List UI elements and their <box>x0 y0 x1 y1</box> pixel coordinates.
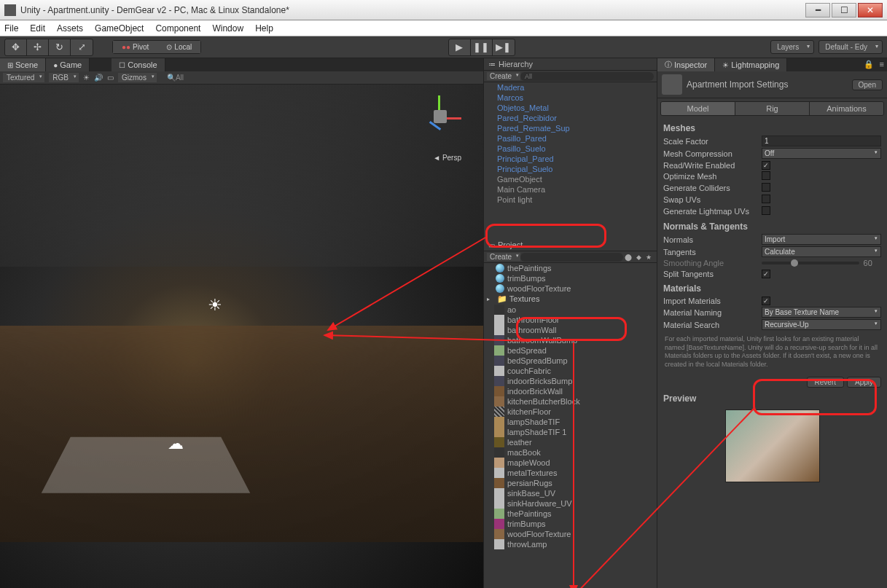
hierarchy-item[interactable]: GameObject <box>484 174 657 184</box>
layout-dropdown[interactable]: Default - Edy <box>818 40 883 54</box>
tab-game[interactable]: ●Game <box>46 58 90 71</box>
scene-audio-toggle[interactable]: 🔊 <box>94 74 103 82</box>
rendermode-dropdown[interactable]: RGB <box>49 73 79 82</box>
hierarchy-item[interactable]: Point light <box>484 195 657 205</box>
tab-console[interactable]: ☐Console <box>112 58 165 71</box>
project-filter-1[interactable]: ⬤ <box>623 254 633 261</box>
model-tab[interactable]: Model <box>661 102 735 115</box>
animations-tab[interactable]: Animations <box>810 102 883 115</box>
project-texture-item[interactable]: throwLamp <box>484 539 657 549</box>
tab-inspector[interactable]: ⓘInspector <box>657 58 715 71</box>
project-texture-item[interactable]: trimBumps <box>484 519 657 529</box>
project-texture-item[interactable]: kitchenButcherBlock <box>484 396 657 407</box>
project-texture-item[interactable]: kitchenFloor <box>484 407 657 417</box>
lightmapuvs-checkbox[interactable] <box>762 206 770 215</box>
rotate-tool-button[interactable]: ↻ <box>49 39 71 55</box>
window-maximize-button[interactable]: ☐ <box>832 3 856 17</box>
menu-assets[interactable]: Assets <box>57 23 83 34</box>
hand-tool-button[interactable]: ✥ <box>5 39 27 55</box>
split-tangents-checkbox[interactable]: ✓ <box>762 270 770 278</box>
pivot-button[interactable]: ●●Pivot <box>113 41 157 53</box>
project-texture-item[interactable]: persianRugs <box>484 478 657 488</box>
shading-dropdown[interactable]: Textured <box>3 73 44 82</box>
material-search-dropdown[interactable]: Recursive-Up <box>762 319 881 330</box>
scene-fx-toggle[interactable]: ▭ <box>107 74 114 82</box>
project-texture-item[interactable]: macBook <box>484 447 657 458</box>
project-material-item[interactable]: woodFloorTexture <box>484 283 657 294</box>
project-texture-item[interactable]: lampShadeTIF 1 <box>484 427 657 437</box>
scene-light-toggle[interactable]: ☀ <box>83 74 90 82</box>
hierarchy-item[interactable]: Principal_Pared <box>484 154 657 164</box>
rig-tab[interactable]: Rig <box>735 102 810 115</box>
project-folder-item[interactable]: 📁 Textures <box>484 294 657 305</box>
project-texture-item[interactable]: bathroomWallBump <box>484 335 657 345</box>
project-filter-2[interactable]: ◆ <box>633 254 644 261</box>
apply-button[interactable]: Apply <box>847 377 881 388</box>
axis-gizmo[interactable] <box>418 95 461 139</box>
hierarchy-item[interactable]: Main Camera <box>484 184 657 195</box>
project-filter-3[interactable]: ★ <box>644 254 654 261</box>
swapuvs-checkbox[interactable] <box>762 195 770 203</box>
normals-dropdown[interactable]: Import <box>762 234 881 245</box>
hierarchy-create-dropdown[interactable]: Create <box>487 72 520 80</box>
project-texture-item[interactable]: lampShadeTIF <box>484 417 657 427</box>
window-close-button[interactable]: ✕ <box>858 3 883 17</box>
hierarchy-item[interactable]: Pasillo_Suelo <box>484 144 657 154</box>
hierarchy-panel-header[interactable]: ≔Hierarchy <box>484 58 657 71</box>
scene-viewport[interactable]: ☀ ☁ ◄ Persp <box>0 85 483 588</box>
project-texture-item[interactable]: bedSpreadBump <box>484 356 657 366</box>
menu-file[interactable]: File <box>4 23 18 34</box>
project-texture-item[interactable]: leather <box>484 437 657 447</box>
hierarchy-item[interactable]: Madera <box>484 82 657 93</box>
hierarchy-item[interactable]: Objetos_Metal <box>484 103 657 113</box>
menu-gameobject[interactable]: GameObject <box>95 23 144 34</box>
project-texture-item[interactable]: woodFloorTexture <box>484 529 657 539</box>
colliders-checkbox[interactable] <box>762 183 770 192</box>
project-texture-item[interactable]: ao <box>484 305 657 315</box>
menu-help[interactable]: Help <box>255 23 273 34</box>
tab-scene[interactable]: ⊞Scene <box>0 58 46 71</box>
scale-factor-input[interactable] <box>762 136 881 146</box>
hierarchy-item[interactable]: Marcos <box>484 93 657 103</box>
smoothing-slider[interactable] <box>762 262 859 264</box>
project-texture-item[interactable]: couchFabric <box>484 366 657 376</box>
project-search-input[interactable] <box>520 253 623 262</box>
menu-window[interactable]: Window <box>212 23 243 34</box>
optimize-checkbox[interactable] <box>762 171 770 180</box>
inspector-lock-icon[interactable]: 🔒 <box>861 58 877 71</box>
material-naming-dropdown[interactable]: By Base Texture Name <box>762 307 881 318</box>
hierarchy-item[interactable]: Pared_Remate_Sup <box>484 123 657 133</box>
move-tool-button[interactable]: ✢ <box>27 39 49 55</box>
perspective-label[interactable]: ◄ Persp <box>433 154 461 162</box>
mesh-compression-dropdown[interactable]: Off <box>762 148 881 159</box>
play-button[interactable]: ▶ <box>449 39 471 55</box>
tangents-dropdown[interactable]: Calculate <box>762 246 881 257</box>
hierarchy-item[interactable]: Pasillo_Pared <box>484 133 657 144</box>
window-minimize-button[interactable]: ━ <box>805 3 830 17</box>
project-texture-item[interactable]: indoorBricksBump <box>484 376 657 386</box>
menu-edit[interactable]: Edit <box>30 23 45 34</box>
project-create-dropdown[interactable]: Create <box>487 253 520 261</box>
project-texture-item[interactable]: sinkBase_UV <box>484 488 657 498</box>
project-texture-item[interactable]: metalTextures <box>484 468 657 478</box>
project-material-item[interactable]: trimBumps <box>484 273 657 283</box>
open-button[interactable]: Open <box>852 79 883 90</box>
project-texture-item[interactable]: sinkHardware_UV <box>484 498 657 509</box>
preview-thumbnail[interactable] <box>725 409 820 482</box>
project-texture-item[interactable]: indoorBrickWall <box>484 386 657 396</box>
pause-button[interactable]: ❚❚ <box>471 39 493 55</box>
step-button[interactable]: ▶❚ <box>493 39 515 55</box>
hierarchy-search-input[interactable] <box>520 72 654 81</box>
readwrite-checkbox[interactable]: ✓ <box>762 161 770 170</box>
hierarchy-item[interactable]: Pared_Recibidor <box>484 113 657 123</box>
hierarchy-item[interactable]: Principal_Suelo <box>484 164 657 174</box>
scale-tool-button[interactable]: ⤢ <box>71 39 93 55</box>
project-material-item[interactable]: thePaintings <box>484 263 657 273</box>
menu-component[interactable]: Component <box>155 23 200 34</box>
project-texture-item[interactable]: mapleWood <box>484 458 657 468</box>
project-texture-item[interactable]: thePaintings <box>484 509 657 519</box>
project-texture-item[interactable]: bathroomWall <box>484 325 657 335</box>
revert-button[interactable]: Revert <box>807 377 844 388</box>
gizmos-dropdown[interactable]: Gizmos <box>118 73 157 82</box>
light-gizmo-icon[interactable]: ☀ <box>208 296 222 315</box>
